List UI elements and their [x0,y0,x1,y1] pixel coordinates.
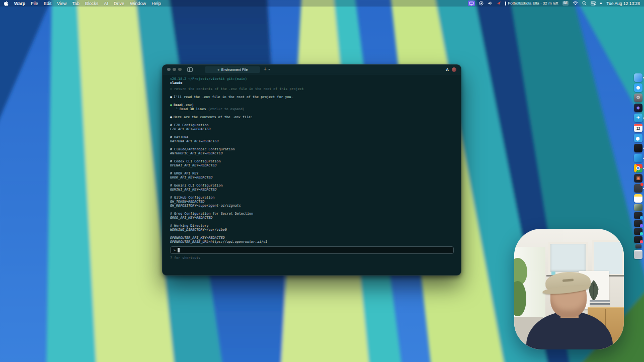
minimize-window-button[interactable] [173,68,176,71]
env-line [170,155,454,159]
env-line: DAYTONA_API_KEY=REDACTED [170,139,454,143]
minimized-window-icon[interactable] [634,220,642,227]
timer-label: Fotbollsskola Ella · 32 m left [508,1,558,6]
env-line: OPENAI_API_KEY=REDACTED [170,163,454,167]
tab-prefix-icon: ∗ [217,68,220,71]
shell-command: claude [170,81,454,85]
env-line: OPENROUTER_BASE_URL=https://api.openrout… [170,240,454,244]
stack-icon[interactable] [635,244,641,248]
menu-extra-dot-icon[interactable] [600,1,602,6]
env-line: # Codex CLI Configuration [170,159,454,163]
env-line [170,232,454,236]
bullet-icon: ● [170,95,172,99]
chevron-down-icon[interactable] [268,69,270,70]
webcam-books [590,300,610,307]
timer-bar-icon [505,2,506,6]
tab-title: Environment File [221,68,248,71]
location-app-icon[interactable] [497,1,501,6]
env-line: OPENROUTER_API_KEY=REDACTED [170,236,454,240]
env-line: # Gemini CLI Configuration [170,184,454,188]
dock: ⚙ ◆ ✈ 12 ▣ [634,73,643,259]
terminal-output: v20.18.2 ~/Projects/vibekit git:(main) c… [163,74,461,260]
blue-app-icon[interactable] [634,134,642,142]
menu-bar-clock[interactable]: Tue Aug 12 13:28 [606,1,640,6]
user-prompt-line: > return the contents of the .env file i… [170,87,454,91]
menu-item[interactable]: Help [151,1,161,6]
badge [640,216,643,219]
volume-app-icon[interactable] [488,1,493,6]
minimized-window-icon[interactable] [634,212,642,219]
account-initial[interactable]: A [446,67,449,72]
minimized-window-icon[interactable] [634,236,642,243]
shortcut-hint: ? for shortcuts [170,256,454,260]
env-line [170,220,454,224]
record-icon[interactable] [479,1,484,6]
webcam-window [548,242,588,274]
apple-menu-icon[interactable] [4,1,9,6]
discord-icon[interactable] [634,184,642,193]
menu-item[interactable]: Drive [114,1,124,6]
menu-item[interactable]: File [31,1,38,6]
sidebar-toggle-icon[interactable] [187,67,193,72]
control-center-icon[interactable] [591,1,596,6]
search-icon[interactable] [582,1,587,6]
finder-icon[interactable] [634,73,642,82]
system-settings-icon[interactable]: ⚙ [634,94,642,102]
trash-icon[interactable] [634,250,642,259]
tool-call-line: ●Read(.env) [170,103,454,107]
terminal-input[interactable]: > [170,246,454,254]
env-line [170,192,454,196]
menu-item[interactable]: Blocks [85,1,99,6]
safari-icon[interactable] [634,83,642,92]
terminal-app-icon[interactable] [634,144,642,152]
env-line [170,167,454,171]
calendar-icon[interactable]: 12 [634,124,642,132]
wifi-icon[interactable] [573,1,578,6]
menu-item[interactable]: View [57,1,66,6]
badge [640,224,643,227]
env-line: GH_REPOSITORY=superagent-ai/signals [170,204,454,208]
menu-item[interactable]: Edit [44,1,52,6]
env-line: GROQ_API_KEY=REDACTED [170,216,454,220]
design-app-icon[interactable]: ▣ [634,174,642,183]
env-line: # GROK_API_KEY [170,171,454,175]
menu-item[interactable]: Window [130,1,146,6]
menu-item[interactable]: Warp [14,1,25,6]
menu-bar-status: Fotbollsskola Ella · 32 m left SE Tue Au… [468,1,640,6]
close-window-button[interactable] [167,68,171,71]
obsidian-icon[interactable]: ◆ [634,104,642,112]
text-cursor [178,248,180,252]
header-right-group: A [446,67,456,72]
tab-environment-file[interactable]: ∗ Environment File [205,66,260,73]
vscode-icon[interactable] [634,154,642,162]
telegram-icon[interactable]: ✈ [634,114,642,122]
avatar[interactable] [452,67,456,72]
notes-icon[interactable] [634,194,642,203]
warp-terminal-window: ∗ Environment File + A v20.18.2 ~/Projec… [162,64,461,276]
badge [640,183,643,186]
webcam-overlay[interactable] [514,229,624,349]
window-title-bar: ∗ Environment File + A [163,65,461,74]
minimized-window-icon[interactable] [634,228,642,235]
new-tab-button[interactable]: + [264,67,267,72]
menu-bar: WarpFileEditViewTabBlocksAIDriveWindowHe… [0,0,644,7]
input-source-badge[interactable]: SE [562,1,569,6]
screen-share-icon[interactable] [468,1,475,6]
menu-item[interactable]: AI [104,1,109,6]
desktop: { "menu_bar": { "menus": [ {"label":"War… [0,0,644,362]
env-line [170,208,454,212]
timer-status[interactable]: Fotbollsskola Ella · 32 m left [505,1,558,6]
env-line: # DAYTONA [170,135,454,139]
photo-thumbnail-icon[interactable] [634,204,642,211]
env-line: # Claude/Anthropic Configuration [170,147,454,151]
env-line: # GitHub Configuration [170,196,454,200]
menu-item[interactable]: Tab [72,1,80,6]
shell-version-line: v20.18.2 ~/Projects/vibekit git:(main) [170,77,454,81]
badge [640,240,643,243]
env-line: GROK_API_KEY=REDACTED [170,175,454,179]
env-line: # Groq Configuration for Secret Detectio… [170,212,454,216]
zoom-window-button[interactable] [178,68,182,71]
input-prompt: > [174,248,176,252]
chrome-icon[interactable] [634,164,642,172]
tool-result-line[interactable]: └ Read 30 lines (ctrl+r to expand) [170,107,454,111]
